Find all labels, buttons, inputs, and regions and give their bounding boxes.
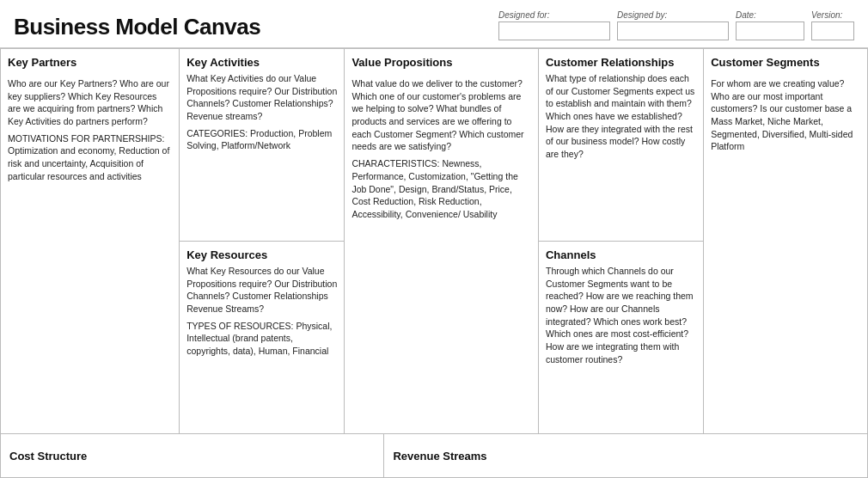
key-activities-para1: What Key Activities do our Value Proposi… <box>186 72 337 123</box>
designed-by-field: Designed by: <box>617 10 729 40</box>
page: Business Model Canvas Designed for: Desi… <box>0 0 868 478</box>
key-activities-section: Key Activities What Key Activities do ou… <box>180 49 344 242</box>
revenue-streams-title: Revenue Streams <box>393 450 486 463</box>
key-resources-title: Key Resources <box>186 248 337 261</box>
value-propositions-para2: CHARACTERISTICS: Newness, Performance, C… <box>351 157 531 220</box>
customer-segments-text: For whom are we creating value? Who are … <box>711 77 860 153</box>
designed-for-input[interactable] <box>498 21 610 40</box>
key-partners-section: Key Partners Who are our Key Partners? W… <box>1 49 180 433</box>
key-resources-text: What Key Resources do our Value Proposit… <box>186 265 337 358</box>
cost-structure-section: Cost Structure <box>1 434 384 477</box>
version-label: Version: <box>811 10 854 20</box>
value-propositions-title: Value Propositions <box>351 56 531 69</box>
customer-relationships-text: What type of relationship does each of o… <box>546 72 696 161</box>
customer-segments-section: Customer Segments For whom are we creati… <box>704 49 867 433</box>
date-input[interactable] <box>736 21 804 40</box>
key-partners-title: Key Partners <box>8 56 172 69</box>
key-resources-section: Key Resources What Key Resources do our … <box>180 242 344 433</box>
middle-column: Key Activities What Key Activities do ou… <box>180 49 345 433</box>
canvas: Key Partners Who are our Key Partners? W… <box>0 48 868 478</box>
customer-relationships-title: Customer Relationships <box>546 56 696 69</box>
designed-by-input[interactable] <box>617 21 729 40</box>
key-partners-text: Who are our Key Partners? Who are our ke… <box>8 77 172 183</box>
version-input[interactable] <box>811 21 854 40</box>
key-activities-text: What Key Activities do our Value Proposi… <box>186 72 337 152</box>
value-propositions-section: Value Propositions What value do we deli… <box>345 49 539 433</box>
channels-title: Channels <box>546 248 696 261</box>
meta-fields: Designed for: Designed by: Date: Version… <box>498 10 854 40</box>
channels-section: Channels Through which Channels do our C… <box>539 242 703 433</box>
value-propositions-text: What value do we deliver to the customer… <box>351 77 531 221</box>
key-activities-para2: CATEGORIES: Production, Problem Solving,… <box>186 127 337 152</box>
version-field: Version: <box>811 10 854 40</box>
key-resources-para2: TYPES OF RESOURCES: Physical, Intellectu… <box>186 320 337 358</box>
key-activities-title: Key Activities <box>186 56 337 69</box>
customer-segments-title: Customer Segments <box>711 56 860 69</box>
title-area: Business Model Canvas <box>14 14 490 40</box>
designed-for-field: Designed for: <box>498 10 610 40</box>
designed-by-label: Designed by: <box>617 10 729 20</box>
page-title: Business Model Canvas <box>14 14 490 40</box>
date-label: Date: <box>736 10 804 20</box>
customer-relationships-section: Customer Relationships What type of rela… <box>539 49 703 242</box>
channels-para1: Through which Channels do our Customer S… <box>546 265 696 366</box>
canvas-footer: Cost Structure Revenue Streams <box>1 434 867 477</box>
header: Business Model Canvas Designed for: Desi… <box>0 0 868 48</box>
key-partners-para2: MOTIVATIONS FOR PARTNERSHIPS: Optimizati… <box>8 132 172 183</box>
right-column: Customer Relationships What type of rela… <box>539 49 704 433</box>
cost-structure-title: Cost Structure <box>9 450 87 463</box>
channels-text: Through which Channels do our Customer S… <box>546 265 696 366</box>
value-propositions-para1: What value do we deliver to the customer… <box>351 77 531 153</box>
customer-segments-para1: For whom are we creating value? Who are … <box>711 77 860 153</box>
canvas-main: Key Partners Who are our Key Partners? W… <box>1 49 867 434</box>
key-partners-para1: Who are our Key Partners? Who are our ke… <box>8 77 172 128</box>
designed-for-label: Designed for: <box>498 10 610 20</box>
date-field: Date: <box>736 10 804 40</box>
customer-relationships-para1: What type of relationship does each of o… <box>546 72 696 161</box>
revenue-streams-section: Revenue Streams <box>384 434 867 477</box>
key-resources-para1: What Key Resources do our Value Proposit… <box>186 265 337 316</box>
